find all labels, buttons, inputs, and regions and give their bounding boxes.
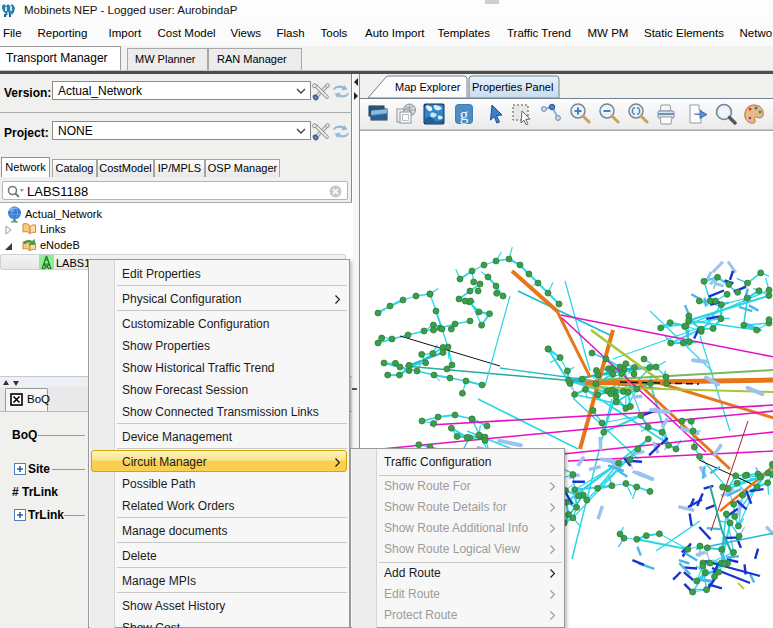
svg-text:g: g: [460, 105, 469, 124]
